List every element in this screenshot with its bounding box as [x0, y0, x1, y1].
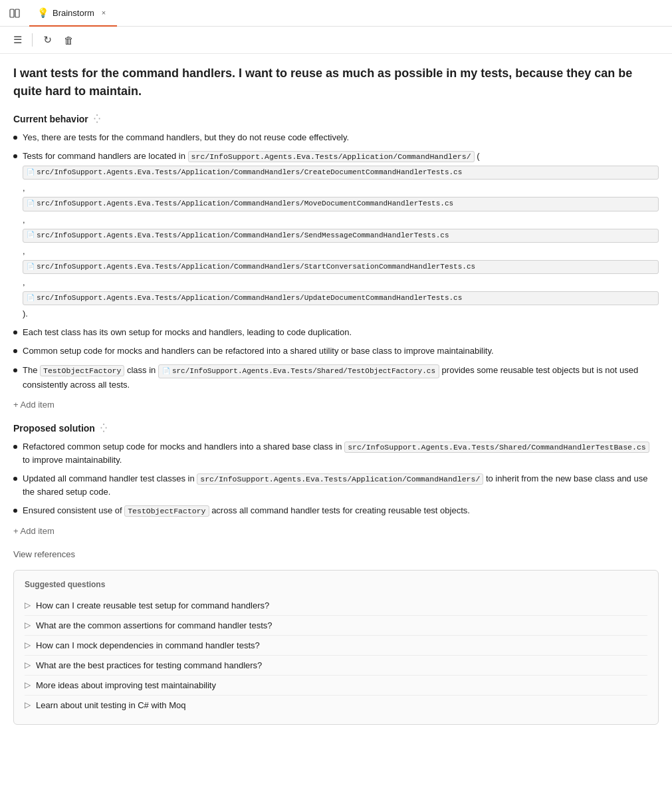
list-item: Ensured consistent use of TestObjectFact… — [13, 504, 659, 517]
suggested-item[interactable]: ▷ More ideas about improving test mainta… — [25, 676, 647, 696]
code-snippet: src/InfoSupport.Agents.Eva.Tests/Applica… — [197, 473, 483, 485]
code-snippet: TestObjectFactory — [40, 365, 124, 376]
file-link[interactable]: 📄src/InfoSupport.Agents.Eva.Tests/Applic… — [23, 229, 659, 243]
list-item: Each test class has its own setup for mo… — [13, 326, 659, 339]
delete-icon: 🗑 — [64, 35, 74, 46]
file-link[interactable]: 📄src/InfoSupport.Agents.Eva.Tests/Shared… — [158, 364, 439, 378]
file-icon: 📄 — [27, 230, 35, 241]
drag-handle-icon[interactable]: ⁛ — [100, 424, 107, 433]
bullet-dot — [13, 136, 17, 140]
suggested-item-text: Learn about unit testing in C# with Moq — [36, 700, 185, 710]
file-link[interactable]: 📄src/InfoSupport.Agents.Eva.Tests/Applic… — [23, 197, 659, 211]
current-behavior-list: Yes, there are tests for the command han… — [13, 131, 659, 392]
proposed-solution-section: Proposed solution ⁛ Refactored common se… — [13, 423, 659, 539]
play-icon: ▷ — [25, 620, 31, 630]
refresh-icon: ↺ — [43, 34, 52, 46]
menu-icon: ☰ — [13, 34, 22, 46]
proposed-solution-list: Refactored common setup code for mocks a… — [13, 440, 659, 518]
file-icon: 📄 — [27, 199, 35, 209]
tab-title: Brainstorm — [53, 8, 94, 18]
list-item: The TestObjectFactory class in 📄src/Info… — [13, 364, 659, 392]
delete-button[interactable]: 🗑 — [59, 31, 78, 49]
tab-bar: 💡 Brainstorm × — [0, 0, 672, 27]
main-content: I want tests for the command handlers. I… — [0, 54, 672, 738]
suggested-item[interactable]: ▷ What are the common assertions for com… — [25, 616, 647, 636]
bullet-dot — [13, 509, 17, 513]
file-link[interactable]: 📄src/InfoSupport.Agents.Eva.Tests/Applic… — [23, 166, 659, 180]
brainstorm-tab[interactable]: 💡 Brainstorm × — [29, 0, 117, 27]
file-icon: 📄 — [27, 262, 35, 273]
code-snippet: src/InfoSupport.Agents.Eva.Tests/Shared/… — [344, 442, 649, 453]
bullet-dot — [13, 330, 17, 334]
bullet-text: Tests for command handlers are located i… — [23, 150, 659, 321]
suggested-item[interactable]: ▷ How can I mock dependencies in command… — [25, 636, 647, 656]
suggested-questions-box: Suggested questions ▷ How can I create r… — [13, 570, 659, 725]
suggested-item[interactable]: ▷ How can I create reusable test setup f… — [25, 596, 647, 616]
tab-close-button[interactable]: × — [98, 7, 109, 18]
current-behavior-header: Current behavior ⁛ — [13, 114, 659, 124]
list-item: Refactored common setup code for mocks a… — [13, 440, 659, 467]
play-icon: ▷ — [25, 600, 31, 610]
file-icon: 📄 — [162, 366, 170, 377]
toolbar: ☰ ↺ 🗑 — [0, 27, 672, 54]
play-icon: ▷ — [25, 700, 31, 710]
suggested-item[interactable]: ▷ Learn about unit testing in C# with Mo… — [25, 696, 647, 715]
sidebar-toggle-button[interactable] — [5, 4, 24, 23]
suggested-item[interactable]: ▷ What are the best practices for testin… — [25, 656, 647, 676]
view-references-link[interactable]: View references — [13, 549, 659, 559]
bullet-text: Ensured consistent use of TestObjectFact… — [23, 504, 659, 517]
file-list: 📄src/InfoSupport.Agents.Eva.Tests/Applic… — [23, 166, 659, 321]
file-icon: 📄 — [27, 293, 35, 304]
list-item: Updated all command handler test classes… — [13, 472, 659, 499]
code-snippet: src/InfoSupport.Agents.Eva.Tests/Applica… — [188, 151, 475, 162]
bullet-dot — [13, 477, 17, 481]
bullet-text: Each test class has its own setup for mo… — [23, 326, 659, 339]
bullet-text: Common setup code for mocks and handlers… — [23, 344, 659, 358]
list-item: Yes, there are tests for the command han… — [13, 131, 659, 144]
bullet-dot — [13, 349, 17, 353]
bullet-dot — [13, 445, 17, 449]
current-behavior-section: Current behavior ⁛ Yes, there are tests … — [13, 114, 659, 412]
menu-button[interactable]: ☰ — [8, 31, 27, 49]
current-behavior-title: Current behavior — [13, 114, 88, 124]
suggested-item-text: How can I mock dependencies in command h… — [36, 640, 260, 650]
bullet-text: Updated all command handler test classes… — [23, 472, 659, 499]
suggested-item-text: More ideas about improving test maintain… — [36, 680, 216, 690]
file-link[interactable]: 📄src/InfoSupport.Agents.Eva.Tests/Applic… — [23, 260, 659, 274]
proposed-solution-title: Proposed solution — [13, 423, 95, 434]
bullet-dot — [13, 368, 17, 372]
page-title: I want tests for the command handlers. I… — [13, 65, 659, 100]
play-icon: ▷ — [25, 660, 31, 670]
code-snippet: TestObjectFactory — [124, 505, 209, 517]
add-item-button-current[interactable]: + Add item — [13, 397, 659, 412]
refresh-button[interactable]: ↺ — [38, 31, 56, 49]
toolbar-divider — [32, 33, 33, 47]
bullet-dot — [13, 154, 17, 158]
suggested-item-text: What are the best practices for testing … — [36, 660, 262, 670]
play-icon: ▷ — [25, 680, 31, 690]
file-icon: 📄 — [27, 168, 35, 178]
suggested-item-text: What are the common assertions for comma… — [36, 620, 273, 630]
bulb-icon: 💡 — [37, 7, 49, 18]
drag-handle-icon[interactable]: ⁛ — [94, 114, 100, 124]
bullet-text: The TestObjectFactory class in 📄src/Info… — [23, 364, 659, 392]
proposed-solution-header: Proposed solution ⁛ — [13, 423, 659, 434]
play-icon: ▷ — [25, 640, 31, 650]
list-item: Common setup code for mocks and handlers… — [13, 344, 659, 358]
svg-rect-1 — [15, 9, 19, 17]
add-item-button-proposed[interactable]: + Add item — [13, 523, 659, 539]
bullet-text: Yes, there are tests for the command han… — [23, 131, 659, 144]
suggested-questions-title: Suggested questions — [25, 580, 647, 589]
svg-rect-0 — [10, 9, 14, 17]
suggested-item-text: How can I create reusable test setup for… — [36, 600, 269, 610]
list-item: Tests for command handlers are located i… — [13, 150, 659, 321]
file-link[interactable]: 📄src/InfoSupport.Agents.Eva.Tests/Applic… — [23, 291, 659, 305]
bullet-text: Refactored common setup code for mocks a… — [23, 440, 659, 467]
